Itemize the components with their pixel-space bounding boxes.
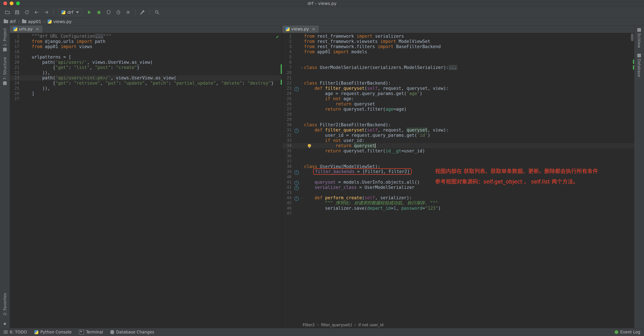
line-number[interactable]: 31 [282, 127, 294, 133]
code-text[interactable]: class Filter1(BaseFilterBackend): [304, 81, 634, 86]
code-line[interactable]: 26 return queryset [282, 101, 634, 107]
code-text[interactable]: user_id = request.query_params.get('id') [304, 133, 634, 138]
line-number[interactable]: 4 [282, 49, 294, 55]
tab-urls-py[interactable]: urls.py [10, 25, 42, 33]
line-number[interactable]: 38 [282, 164, 294, 169]
code-line[interactable]: 30-class Filter2(BaseFilterBackend): [282, 122, 634, 127]
line-number[interactable]: 29 [282, 117, 294, 122]
code-text[interactable]: return queryset.filter(age=age) [304, 107, 634, 112]
line-number[interactable]: 45 [282, 201, 294, 206]
run-configuration-select[interactable]: drf [58, 9, 82, 16]
line-number[interactable]: 7 [282, 65, 294, 70]
line-number[interactable]: 1 [10, 34, 21, 39]
code-line[interactable]: 33 if not user_id: [282, 138, 634, 143]
coverage-icon[interactable] [105, 9, 112, 16]
code-line[interactable]: 41↑ queryset = models.UserInfo.objects.a… [282, 180, 634, 185]
code-line[interactable]: 6 [282, 60, 634, 65]
line-number[interactable]: 30 [282, 122, 294, 127]
line-number[interactable]: 23 [282, 86, 294, 91]
line-number[interactable]: 25 [10, 86, 21, 91]
code-text[interactable]: if not age: [304, 96, 634, 101]
event-log-button[interactable]: Event Log [614, 330, 640, 334]
code-text[interactable] [304, 55, 634, 60]
code-line[interactable]: 37 [282, 159, 634, 164]
close-window-button[interactable] [3, 2, 7, 5]
code-text[interactable]: queryset = models.UserInfo.objects.all()… [304, 180, 634, 185]
code-line[interactable]: 19urlpatterns = [ [10, 55, 282, 60]
toolwindow-favorites-button[interactable]: 2: Favorites [3, 293, 7, 315]
scrollbar-thumb[interactable] [631, 34, 634, 41]
code-text[interactable]: )), [32, 86, 282, 91]
line-number[interactable]: 21 [282, 75, 294, 81]
override-marker-icon[interactable]: ↑ [294, 181, 299, 185]
line-number[interactable]: 28 [282, 112, 294, 117]
code-text[interactable] [304, 70, 634, 75]
code-line[interactable]: 31↑- def filter_queryset(self, request, … [282, 127, 634, 133]
editor-urls[interactable]: 1"""drf URL Configuration..."""16from dj… [10, 33, 282, 328]
favorites-star-icon[interactable]: ★ [3, 321, 7, 326]
code-text[interactable]: {"get": "retrieve", "put": "update", "pa… [32, 81, 282, 86]
code-line[interactable]: 27 [10, 96, 282, 101]
open-icon[interactable] [4, 9, 11, 16]
code-text[interactable] [304, 117, 634, 122]
code-line[interactable]: 1from rest_framework import serializers [282, 34, 634, 39]
statusbar-terminal-button[interactable]: Terminal [79, 330, 103, 334]
line-number[interactable]: 35 [282, 148, 294, 153]
code-text[interactable] [304, 112, 634, 117]
code-line[interactable]: 36 [282, 153, 634, 159]
line-number[interactable]: 3 [282, 44, 294, 49]
line-number[interactable]: 18 [10, 49, 21, 55]
settings-wrench-icon[interactable] [139, 9, 146, 16]
code-text[interactable]: serializer_class = UserModelSerializer [304, 185, 634, 190]
fold-marker[interactable]: - [300, 164, 304, 169]
line-number[interactable]: 6 [282, 60, 294, 65]
zoom-window-button[interactable] [16, 2, 20, 5]
tab-views-py[interactable]: views.py [282, 25, 319, 33]
override-marker-icon[interactable]: ↑ [294, 186, 299, 190]
sync-icon[interactable] [23, 9, 30, 16]
line-number[interactable]: 40 [282, 175, 294, 180]
override-marker-icon[interactable]: ↑ [294, 87, 299, 91]
code-text[interactable] [304, 75, 634, 81]
fold-marker[interactable]: - [300, 122, 304, 127]
statusbar-database-changes-button[interactable]: Database Changes [110, 330, 154, 334]
code-line[interactable]: 20 path('api/users/', views.UserView.as_… [10, 60, 282, 65]
editor-breadcrumb-item[interactable]: Filter2 [303, 323, 315, 327]
code-text[interactable]: """drf URL Configuration...""" [32, 34, 282, 39]
code-text[interactable] [32, 49, 282, 55]
code-text[interactable]: return queryset.filter(id__gt=user_id) [304, 148, 634, 153]
code-text[interactable]: class UserModelSerializer(serializers.Mo… [304, 65, 634, 70]
override-marker-icon[interactable]: ↑ [294, 129, 299, 133]
code-line[interactable]: 18 [10, 49, 282, 55]
code-text[interactable]: return queryset [304, 143, 634, 148]
line-number[interactable]: 43 [282, 190, 294, 195]
code-line[interactable]: 22-class Filter1(BaseFilterBackend): [282, 81, 634, 86]
code-line[interactable]: 24 {"get": "retrieve", "put": "update", … [10, 81, 282, 86]
editor-breadcrumb-item[interactable]: if not user_id [358, 323, 383, 327]
code-line[interactable]: 21 {"get": "list", "post": "create"} [10, 65, 282, 70]
code-line[interactable]: 22 )), [10, 70, 282, 75]
code-line[interactable]: 2from rest_framework.viewsets import Mod… [282, 39, 634, 44]
code-text[interactable]: from rest_framework.filters import BaseF… [304, 44, 634, 49]
line-number[interactable]: 20 [282, 70, 294, 75]
code-line[interactable]: 25 )), [10, 86, 282, 91]
code-text[interactable]: from app01 import models [304, 49, 634, 55]
code-text[interactable] [304, 211, 634, 216]
line-number[interactable]: 26 [10, 91, 21, 96]
debug-icon[interactable] [95, 9, 103, 16]
code-text[interactable]: filter_backends = [Filter1, Filter2]视图内部… [304, 169, 634, 175]
save-all-icon[interactable] [14, 9, 21, 16]
code-line[interactable]: 24 age = request.query_params.get('age') [282, 91, 634, 96]
fold-marker[interactable]: - [300, 81, 304, 86]
line-number[interactable]: 17 [10, 44, 21, 49]
breadcrumb-item-file[interactable]: views.py [48, 19, 72, 24]
profiler-icon[interactable] [115, 9, 122, 16]
line-number[interactable]: 23 [10, 75, 21, 81]
code-line[interactable]: 5 [282, 55, 634, 60]
code-line[interactable]: 35 return queryset.filter(id__gt=user_id… [282, 148, 634, 153]
code-line[interactable]: 32 user_id = request.query_params.get('i… [282, 133, 634, 138]
line-number[interactable]: 32 [282, 133, 294, 138]
line-number[interactable]: 24 [10, 81, 21, 86]
code-text[interactable]: from rest_framework import serializers [304, 34, 634, 39]
editor-breadcrumb-item[interactable]: filter_queryset() [321, 323, 352, 327]
